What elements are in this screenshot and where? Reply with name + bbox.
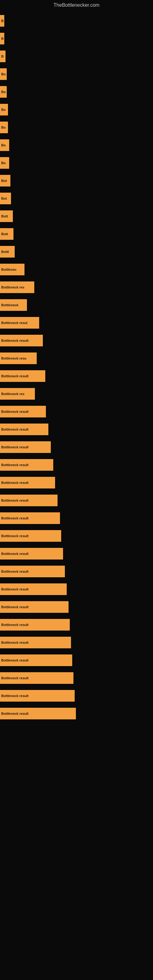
bars-container: BBBBoBoBoBoBoBoBotBotBottBottBottlBottle…: [0, 9, 153, 723]
bar-label: Bottleneck result: [0, 335, 43, 346]
bar-label: Bottleneck result: [0, 495, 57, 506]
bar-label: B: [0, 33, 4, 45]
bar-row: Bottleneck result: [0, 705, 153, 722]
bar-row: Bottleneck result: [0, 510, 153, 527]
bar-label: Bottleneck result: [0, 512, 60, 524]
bar-row: Bottleneck result: [0, 598, 153, 616]
bar-label: Bott: [0, 228, 13, 240]
bar-label: Bo: [0, 139, 9, 151]
bar-label: Bottleneck result: [0, 441, 51, 453]
bar-row: Bottleneck res: [0, 279, 153, 296]
bar-label: Bottleneck res: [0, 388, 35, 400]
bar-label: Bottleneck result: [0, 708, 76, 719]
bar-row: Bottleneck resu: [0, 350, 153, 367]
bar-label: Bottleneck result: [0, 477, 55, 488]
bar-row: Bott: [0, 225, 153, 243]
bar-row: Bottleneck result: [0, 545, 153, 562]
bar-row: Bottleneck result: [0, 634, 153, 651]
bar-label: Bottlenec: [0, 264, 24, 275]
bar-row: Bottleneck: [0, 296, 153, 313]
bar-row: Bottleneck result: [0, 421, 153, 438]
bar-label: Bot: [0, 175, 10, 186]
bar-label: Bottleneck result: [0, 370, 45, 382]
bar-row: Bo: [0, 119, 153, 136]
bar-label: Bottl: [0, 246, 15, 258]
bar-label: Bo: [0, 122, 8, 133]
bar-label: Bottleneck result: [0, 459, 53, 471]
bar-label: Bo: [0, 157, 9, 169]
bar-row: Bottleneck resul: [0, 314, 153, 331]
bar-label: Bo: [0, 68, 7, 80]
bar-label: Bottleneck result: [0, 566, 65, 577]
bar-label: Bottleneck res: [0, 282, 34, 293]
bar-row: B: [0, 30, 153, 47]
bar-row: Bottleneck result: [0, 332, 153, 349]
bar-row: Bottl: [0, 243, 153, 260]
bar-row: Bo: [0, 137, 153, 154]
bar-label: Bottleneck result: [0, 601, 69, 613]
bar-row: Bot: [0, 190, 153, 207]
bar-label: B: [0, 51, 5, 62]
bar-row: Bottlenec: [0, 261, 153, 278]
bar-row: Bo: [0, 101, 153, 118]
bar-label: Bottleneck result: [0, 548, 63, 560]
bar-label: Bottleneck result: [0, 406, 46, 417]
bar-row: Bottleneck result: [0, 527, 153, 544]
bar-label: Bottleneck result: [0, 637, 71, 648]
bar-row: Bottleneck result: [0, 492, 153, 509]
bar-row: Bo: [0, 65, 153, 83]
bar-row: Bottleneck result: [0, 670, 153, 687]
bar-row: Bottleneck res: [0, 385, 153, 402]
bar-label: Bottleneck resul: [0, 317, 39, 329]
bar-label: Bo: [0, 104, 8, 115]
bar-label: B: [0, 15, 4, 27]
bar-row: Bottleneck result: [0, 456, 153, 474]
bar-row: Bottleneck result: [0, 687, 153, 705]
bar-label: Bottleneck result: [0, 584, 67, 595]
bar-label: Bott: [0, 210, 13, 222]
bar-label: Bottleneck result: [0, 672, 73, 684]
bar-row: B: [0, 12, 153, 29]
bar-label: Bottleneck result: [0, 654, 72, 666]
bar-row: Bottleneck result: [0, 474, 153, 491]
bar-row: Bott: [0, 208, 153, 225]
bar-row: Bottleneck result: [0, 652, 153, 669]
bar-row: Bottleneck result: [0, 403, 153, 420]
bar-row: Bottleneck result: [0, 368, 153, 385]
bar-label: Bottleneck result: [0, 690, 75, 702]
bar-label: Bottleneck result: [0, 619, 70, 630]
bar-row: Bottleneck result: [0, 581, 153, 598]
bar-label: Bottleneck resu: [0, 353, 37, 364]
bar-label: Bot: [0, 192, 11, 204]
bar-label: Bo: [0, 86, 7, 98]
bar-row: Bottleneck result: [0, 563, 153, 580]
bar-row: Bo: [0, 83, 153, 100]
bar-label: Bottleneck: [0, 299, 27, 311]
site-title: TheBottlenecker.com: [0, 0, 153, 9]
bar-row: Bot: [0, 172, 153, 189]
bar-label: Bottleneck result: [0, 423, 48, 435]
bar-row: Bottleneck result: [0, 616, 153, 633]
bar-row: B: [0, 48, 153, 65]
bar-row: Bo: [0, 154, 153, 172]
bar-row: Bottleneck result: [0, 439, 153, 456]
bar-label: Bottleneck result: [0, 530, 61, 542]
